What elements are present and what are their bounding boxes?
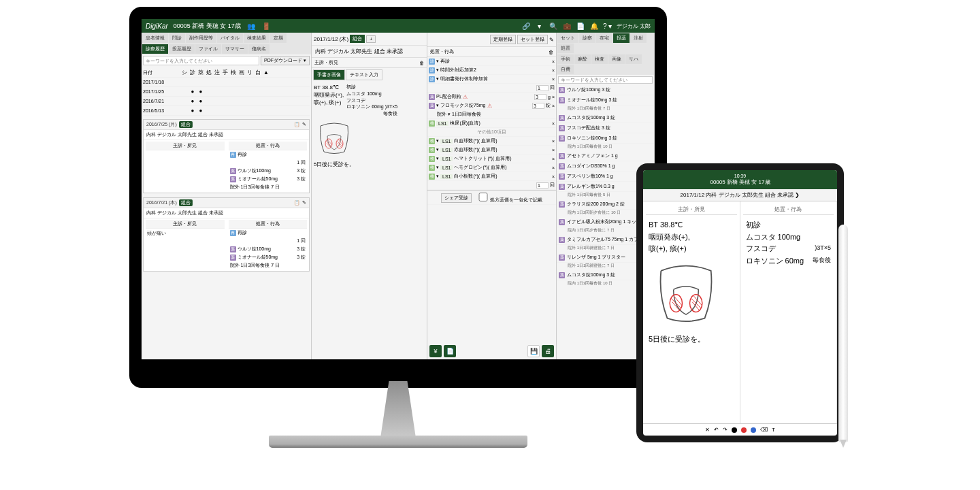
- tab-summary[interactable]: サマリー: [222, 44, 248, 54]
- tablet-device: 10:39 00005 新橋 美穂 女 17歳 2017/1/12 内科 デジカ…: [636, 163, 844, 442]
- qty-input[interactable]: [536, 85, 549, 91]
- edit-icon[interactable]: ✎: [302, 122, 306, 127]
- search-input[interactable]: [143, 56, 259, 65]
- pdf-download-button[interactable]: PDFダウンロード ▾: [261, 56, 310, 65]
- briefcase-icon[interactable]: 💼: [562, 21, 572, 31]
- rtab-surgery[interactable]: 手術: [557, 54, 574, 64]
- tab-patient[interactable]: 患者情報: [142, 33, 168, 43]
- tablet-handwriting-left[interactable]: BT 38.8℃ 咽頭発赤(+), 咳(+), 痰(+) 5日後に受診を。: [646, 215, 737, 350]
- tablet-handwriting-right[interactable]: 初診 ムコスタ 100mg フスコデ)3T×5 ロキソニン 60mg毎食後: [743, 215, 834, 271]
- rtab-med[interactable]: 投薬: [613, 33, 630, 43]
- bell-icon[interactable]: 🔔: [589, 21, 599, 31]
- patient-info: 00005 新橋 美穂 女 17歳: [174, 22, 241, 31]
- rtab-image[interactable]: 画像: [608, 54, 625, 64]
- close-icon[interactable]: ✕: [705, 427, 710, 433]
- throat-sketch-tablet: [649, 255, 723, 330]
- undo-icon[interactable]: ↶: [714, 427, 719, 433]
- users-icon[interactable]: 👥: [246, 21, 256, 31]
- qty-input[interactable]: [536, 182, 549, 189]
- register-set-button[interactable]: セット登録: [517, 35, 548, 44]
- close-icon[interactable]: ×: [552, 121, 555, 126]
- edit-icon[interactable]: ✎: [549, 37, 554, 43]
- qty-input[interactable]: [532, 103, 544, 109]
- date-row[interactable]: 2017/1/25●●: [143, 87, 310, 97]
- copy-icon[interactable]: 📋: [294, 122, 300, 127]
- tab-interview[interactable]: 問診: [169, 33, 185, 43]
- save-button[interactable]: 💾: [527, 345, 540, 357]
- rtab-lab[interactable]: 検査: [591, 54, 608, 64]
- date-row[interactable]: 2016/5/13●●: [143, 106, 310, 116]
- copy-icon[interactable]: 📋: [294, 200, 300, 206]
- handwriting-area[interactable]: BT 38.8℃ 咽頭発赤(+), 咳(+), 痰(+) 初診 ムコスタ 100…: [312, 82, 427, 170]
- add-button[interactable]: +: [366, 35, 376, 43]
- print-button[interactable]: 🖨: [542, 345, 554, 357]
- tab-textinput[interactable]: テキスト入力: [346, 69, 382, 80]
- tablet-toolbar: ✕ ↶ ↷ ⌫ T: [643, 423, 837, 436]
- tab-vital[interactable]: バイタル: [217, 33, 243, 43]
- close-icon[interactable]: ×: [552, 77, 555, 82]
- doc-icon[interactable]: 📄: [576, 21, 585, 31]
- rtab-rehab[interactable]: リハ: [625, 54, 642, 64]
- tab-sideeffect[interactable]: 副作用歴等: [186, 33, 216, 43]
- visit-card: 2016/7/21 (木)組合📋✎ 内科 デジカル 太郎先生 組合 未承認 主訴…: [143, 197, 310, 272]
- user-name[interactable]: デジカル 太郎: [617, 22, 651, 30]
- delete-icon[interactable]: 🗑: [419, 61, 424, 65]
- rtab-treat[interactable]: 処置: [557, 44, 574, 53]
- link-icon[interactable]: 🔗: [521, 21, 531, 31]
- tab-file[interactable]: ファイル: [195, 44, 221, 54]
- date-row[interactable]: 2016/7/21●●: [143, 97, 310, 106]
- close-icon[interactable]: ×: [552, 95, 555, 99]
- tablet-subtitle[interactable]: 2017/1/12 内科 デジカル 太郎先生 組合 未承認 ❯: [643, 189, 837, 201]
- qty-input[interactable]: [534, 94, 546, 100]
- close-icon[interactable]: ×: [552, 68, 555, 73]
- tab-medhistory[interactable]: 投薬履歴: [169, 44, 195, 54]
- share-button[interactable]: シェア受診: [441, 193, 472, 203]
- rtab-home[interactable]: 在宅: [596, 33, 612, 43]
- close-icon[interactable]: ×: [552, 59, 555, 64]
- close-icon[interactable]: ×: [552, 103, 555, 108]
- help-icon[interactable]: ? ▾: [603, 21, 612, 31]
- rtab-self[interactable]: 自費: [557, 65, 574, 74]
- clip-icon[interactable]: ▾: [535, 21, 544, 31]
- tab-disease[interactable]: 傷病名: [248, 44, 270, 54]
- drug-item[interactable]: 薬ロキソニン錠60mg 3 錠: [557, 133, 654, 144]
- color-black[interactable]: [732, 427, 737, 433]
- close-icon[interactable]: ×: [552, 139, 555, 144]
- register-regular-button[interactable]: 定期登録: [490, 35, 516, 44]
- color-blue[interactable]: [751, 427, 756, 433]
- drug-search-input[interactable]: [558, 76, 653, 84]
- search-icon[interactable]: 🔍: [549, 21, 558, 31]
- rtab-set[interactable]: セット: [557, 33, 578, 43]
- rtab-anes[interactable]: 麻酔: [574, 54, 591, 64]
- tab-regular[interactable]: 定期: [270, 33, 287, 43]
- close-icon[interactable]: ×: [552, 148, 555, 152]
- drug-item[interactable]: 薬ウルソ錠100mg 3 錠: [557, 85, 654, 95]
- rtab-inject[interactable]: 注射: [630, 33, 647, 43]
- yen-button[interactable]: ¥: [429, 345, 442, 357]
- rtab-exam[interactable]: 診察: [579, 33, 595, 43]
- delete-icon[interactable]: 🗑: [549, 50, 553, 54]
- edit-icon[interactable]: ✎: [302, 200, 306, 206]
- redo-icon[interactable]: ↷: [723, 427, 728, 433]
- door-icon[interactable]: 🚪: [261, 21, 271, 31]
- drug-item[interactable]: 薬ムコスタ錠100mg 3 錠: [557, 113, 654, 123]
- doc-button[interactable]: 📄: [444, 345, 456, 357]
- tab-history[interactable]: 診療履歴: [142, 44, 168, 54]
- text-icon[interactable]: T: [772, 427, 775, 433]
- throat-sketch: [314, 119, 355, 157]
- eraser-icon[interactable]: ⌫: [760, 427, 768, 433]
- drug-item[interactable]: 薬ミオナール錠50mg 3 錠: [557, 95, 654, 105]
- drug-item[interactable]: 薬アセトアミノフェン 1 g: [557, 151, 654, 161]
- app-logo: DigiKar: [146, 22, 168, 30]
- drug-item[interactable]: 薬フスコデ配合錠 3 錠: [557, 123, 654, 133]
- left-tabs-r2: 診療履歴 投薬履歴 ファイル サマリー 傷病名: [142, 44, 311, 54]
- date-row[interactable]: 2017/1/18: [143, 78, 310, 87]
- apple-pencil: [838, 225, 848, 442]
- tab-labresult[interactable]: 検査結果: [244, 33, 270, 43]
- color-red[interactable]: [741, 427, 747, 433]
- close-icon[interactable]: ×: [552, 165, 555, 170]
- tab-handwrite[interactable]: 手書き画像: [313, 69, 345, 80]
- close-icon[interactable]: ×: [552, 174, 555, 179]
- pack-checkbox[interactable]: [477, 193, 489, 201]
- close-icon[interactable]: ×: [552, 157, 555, 161]
